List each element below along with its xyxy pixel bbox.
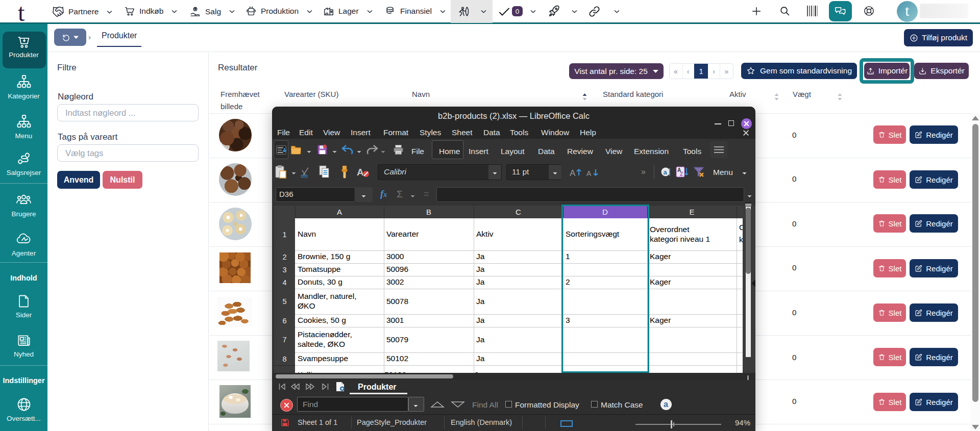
svg-text:A: A [357, 167, 364, 178]
svg-text:Z: Z [680, 171, 683, 177]
svg-text:A: A [570, 168, 576, 178]
svg-text:A: A [586, 169, 592, 178]
svg-text:a: a [664, 168, 668, 176]
